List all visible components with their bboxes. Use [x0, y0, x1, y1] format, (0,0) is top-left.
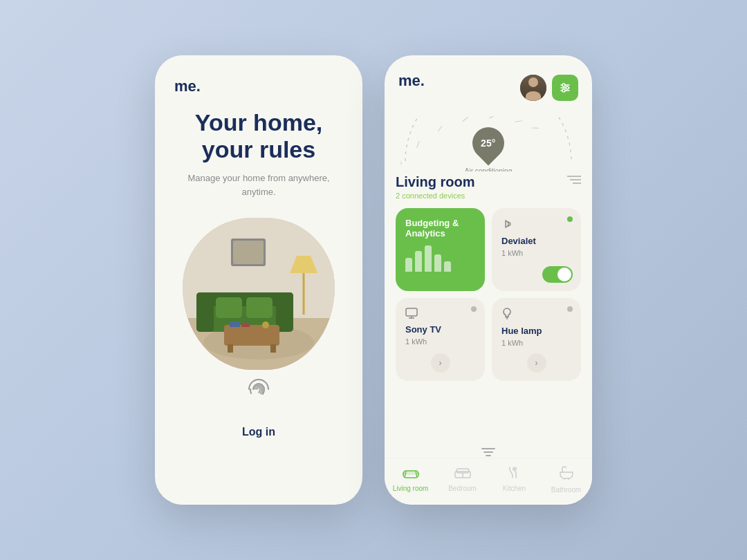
devices-grid: Budgeting &Analytics D [396, 208, 581, 381]
nav-bedroom[interactable]: Bedroom [436, 465, 488, 494]
main-content: Living room 2 connected devices Budgetin… [385, 174, 592, 444]
toggle-knob [557, 268, 571, 281]
device-card-devialet: Devialet 1 kWh [492, 208, 581, 291]
sony-tv-name: Sony TV [405, 324, 475, 335]
hue-lamp-chevron[interactable]: › [527, 353, 546, 373]
device-card-sony-tv: Sony TV 1 kWh › [396, 298, 485, 381]
room-header: Living room 2 connected devices [396, 174, 581, 200]
svg-line-35 [489, 116, 495, 120]
svg-point-24 [566, 86, 569, 89]
svg-line-50 [403, 472, 404, 475]
menu-line-2 [483, 451, 493, 453]
bar-4 [434, 254, 441, 272]
svg-line-37 [532, 127, 539, 129]
room-title: Living room [396, 174, 474, 190]
right-phone: me. [385, 55, 592, 505]
nav-kitchen-label: Kitchen [503, 485, 526, 492]
hue-lamp-name: Hue lamp [501, 326, 571, 336]
bar-1 [405, 258, 412, 272]
login-button[interactable]: Log in [242, 426, 275, 438]
sony-tv-status [471, 306, 477, 312]
bar-3 [425, 245, 432, 272]
devialet-name: Devialet [501, 236, 571, 246]
left-logo: me. [174, 77, 201, 95]
svg-rect-9 [246, 297, 273, 318]
hue-lamp-icon [501, 308, 571, 323]
right-header: me. [385, 55, 592, 109]
hero-subtitle: Manage your home from anywhere, anytime. [174, 171, 343, 198]
bar-5 [444, 261, 451, 272]
bar-chart [405, 244, 475, 272]
settings-button[interactable] [552, 75, 578, 101]
svg-line-36 [515, 120, 522, 123]
temp-label: Air conditioning [385, 167, 592, 171]
svg-line-51 [418, 472, 418, 475]
nav-bathroom-label: Bathroom [551, 486, 581, 494]
temp-dial[interactable]: 25° [385, 109, 592, 165]
nav-kitchen[interactable]: Kitchen [488, 465, 540, 494]
budgeting-title: Budgeting &Analytics [405, 218, 475, 239]
devialet-status [567, 216, 573, 222]
temperature-value: 25° [481, 138, 495, 149]
menu-icon[interactable] [567, 174, 581, 187]
fingerprint-icon[interactable] [245, 375, 273, 409]
thermostat-area: 25° Air conditioning [385, 109, 592, 171]
devialet-toggle[interactable] [542, 266, 573, 283]
bottom-nav: Living room Bedroom Kitchen [385, 458, 592, 505]
nav-bathroom[interactable]: Bathroom [540, 465, 592, 494]
svg-rect-12 [270, 344, 276, 353]
svg-line-32 [417, 141, 420, 148]
sony-tv-kwh: 1 kWh [405, 337, 475, 346]
avatar[interactable] [520, 75, 546, 101]
svg-rect-53 [456, 469, 469, 473]
svg-point-23 [562, 84, 565, 86]
hue-lamp-status [567, 306, 573, 312]
right-logo: me. [398, 72, 425, 90]
svg-rect-11 [228, 344, 233, 353]
svg-rect-41 [406, 308, 417, 316]
menu-line-3 [486, 455, 491, 456]
devialet-kwh: 1 kWh [501, 249, 571, 257]
svg-line-49 [416, 471, 417, 478]
bathroom-icon [559, 465, 574, 484]
svg-line-34 [463, 116, 468, 122]
temp-bubble: 25° [465, 120, 510, 165]
bedroom-icon [454, 465, 471, 483]
svg-point-19 [262, 321, 269, 328]
device-card-budgeting[interactable]: Budgeting &Analytics [396, 208, 485, 291]
svg-point-25 [562, 89, 565, 92]
room-image [183, 218, 335, 370]
nav-living-room[interactable]: Living room [385, 465, 436, 494]
living-room-icon [403, 465, 419, 483]
svg-rect-47 [405, 471, 416, 475]
svg-rect-17 [230, 321, 240, 327]
svg-rect-6 [196, 292, 214, 332]
svg-rect-10 [224, 325, 279, 346]
nav-bedroom-label: Bedroom [448, 485, 477, 492]
svg-rect-18 [241, 323, 250, 327]
device-card-hue-lamp: Hue lamp 1 kWh › [492, 298, 581, 381]
left-phone: me. Your home,your rules Manage your hom… [155, 55, 362, 505]
menu-line-1 [481, 448, 495, 449]
bar-2 [415, 251, 422, 272]
svg-rect-8 [216, 297, 242, 318]
svg-line-31 [400, 162, 402, 165]
hue-lamp-kwh: 1 kWh [501, 339, 571, 347]
sony-tv-chevron[interactable]: › [431, 353, 450, 373]
sony-tv-icon [405, 308, 475, 321]
room-devices-count: 2 connected devices [396, 192, 474, 200]
devialet-icon [501, 218, 571, 233]
svg-line-33 [438, 125, 442, 132]
nav-living-room-label: Living room [393, 485, 429, 492]
svg-rect-14 [233, 241, 264, 264]
kitchen-icon [507, 465, 522, 483]
svg-line-48 [405, 471, 406, 478]
bottom-menu-indicator [385, 444, 592, 458]
hero-title: Your home,your rules [195, 109, 323, 163]
